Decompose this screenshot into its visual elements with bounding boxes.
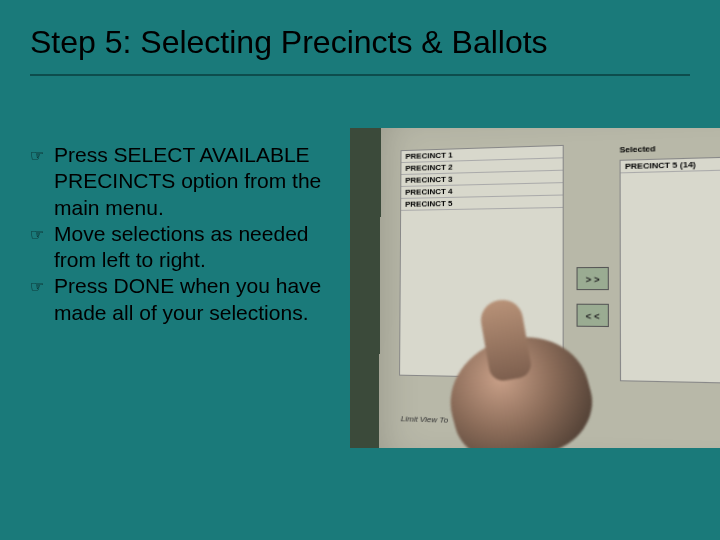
bullet-text: Press SELECT AVAILABLE PRECINCTS option … — [54, 142, 340, 221]
pointer-icon: ☞ — [30, 142, 54, 166]
screenshot-photo: Precincts number of ballots or precincts… — [350, 128, 720, 448]
pointer-icon: ☞ — [30, 221, 54, 245]
pointer-icon: ☞ — [30, 273, 54, 297]
move-left-button[interactable]: < < — [577, 304, 609, 327]
selected-label: Selected — [620, 144, 656, 155]
list-item: ☞ Press DONE when you have made all of y… — [30, 273, 340, 326]
list-item[interactable]: PRECINCT 5 (14) — [621, 156, 720, 173]
selected-precincts-list[interactable]: PRECINCT 5 (14) — [620, 155, 720, 384]
slide-title: Step 5: Selecting Precincts & Ballots — [30, 24, 690, 61]
screen-subheading: number of ballots or precincts available… — [612, 128, 720, 130]
list-item[interactable]: PRECINCT 5 — [401, 196, 563, 211]
bullet-text: Move selections as needed from left to r… — [54, 221, 340, 274]
title-underline — [30, 74, 690, 76]
list-item: ☞ Press SELECT AVAILABLE PRECINCTS optio… — [30, 142, 340, 221]
list-item: ☞ Move selections as needed from left to… — [30, 221, 340, 274]
bullet-text: Press DONE when you have made all of you… — [54, 273, 340, 326]
limit-view-label: Limit View To — [401, 414, 448, 425]
bullet-list: ☞ Press SELECT AVAILABLE PRECINCTS optio… — [30, 142, 340, 326]
move-right-button[interactable]: > > — [577, 267, 609, 290]
